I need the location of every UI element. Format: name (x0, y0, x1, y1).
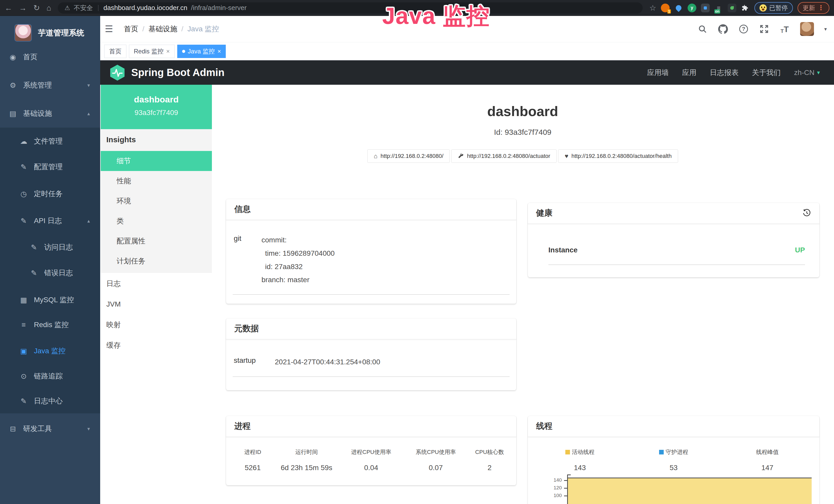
nav-item-mappings[interactable]: 映射 (101, 315, 213, 335)
process-pid-col: 进程ID 5261 (231, 448, 274, 472)
breadcrumb-infrastructure[interactable]: 基础设施 (149, 24, 177, 34)
timer-clock-icon: ◷ (19, 190, 29, 198)
tab-home[interactable]: 首页 (104, 45, 126, 58)
extension-orange-icon[interactable]: 1 (661, 4, 670, 12)
bookmark-star-icon[interactable]: ☆ (649, 4, 656, 12)
daemon-threads-legend-swatch (659, 450, 664, 455)
nav-item-config-props[interactable]: 配置属性 (101, 231, 212, 251)
sba-locale-select[interactable]: zh-CN ▾ (794, 69, 820, 77)
health-url-button[interactable]: ♥ http://192.168.0.2:48080/actuator/heal… (558, 150, 678, 163)
tags-view-bar: 首页 Redis 监控 × Java 监控 × (100, 42, 834, 60)
paused-badge[interactable]: 已暂停 (754, 2, 793, 14)
font-size-icon[interactable]: TT (780, 24, 790, 34)
sba-hexagon-logo-icon (109, 64, 126, 81)
github-icon[interactable] (718, 24, 728, 34)
actuator-url-button[interactable]: http://192.168.0.2:48080/actuator (451, 150, 556, 163)
sidebar-item-dev-tools[interactable]: ⊟ 研发工具 ▾ (0, 418, 100, 439)
sba-brand[interactable]: Spring Boot Admin (109, 64, 224, 81)
nav-item-jvm[interactable]: JVM (101, 294, 213, 315)
extension-switch-icon[interactable]: ≡ on (714, 4, 723, 12)
browser-reload-icon[interactable]: ↻ (34, 4, 40, 12)
sidebar-item-tracing[interactable]: ⊙ 链路追踪 (0, 366, 100, 386)
history-icon[interactable] (803, 209, 811, 217)
search-icon[interactable] (697, 24, 708, 34)
sidebar-item-error-logs[interactable]: ✎ 错误日志 (0, 263, 100, 283)
close-icon[interactable]: × (166, 48, 170, 54)
log-notebook-icon: ✎ (19, 217, 29, 225)
nav-item-details[interactable]: 细节 (101, 151, 212, 171)
log-notebook-icon: ✎ (29, 269, 39, 277)
sba-title: Spring Boot Admin (131, 67, 224, 78)
close-icon[interactable]: × (217, 48, 221, 54)
nav-item-classes[interactable]: 类 (101, 211, 212, 231)
extension-leaf-icon[interactable] (728, 4, 737, 12)
sba-nav-journal[interactable]: 日志报表 (710, 68, 739, 77)
sidebar-item-home[interactable]: ◉ 首页 (0, 47, 100, 67)
sidebar-item-api-logs[interactable]: ✎ API 日志 ▴ (0, 210, 100, 231)
database-grid-icon: ▦ (19, 296, 29, 304)
home-icon: ⌂ (374, 153, 378, 160)
tab-java-monitor[interactable]: Java 监控 × (177, 45, 226, 58)
chevron-down-icon: ▾ (87, 426, 90, 432)
service-url-button[interactable]: ⌂ http://192.168.0.2:48080/ (367, 150, 450, 163)
sidebar-item-scheduled-jobs[interactable]: ◷ 定时任务 (0, 184, 100, 204)
browser-back-icon[interactable]: ← (5, 4, 12, 12)
breadcrumb-home[interactable]: 首页 (124, 24, 138, 34)
sidebar-item-redis-monitor[interactable]: ≡ Redis 监控 (0, 315, 100, 335)
metadata-card: 元数据 startup 2021-04-27T00:44:31.254+08:0… (226, 318, 516, 390)
chevron-up-icon: ▴ (87, 110, 90, 117)
live-threads-col: 活动线程 143 (533, 448, 627, 472)
app-sidebar: 芋道管理系统 ◉ 首页 ⚙ 系统管理 ▾ ▤ 基础设施 ▴ ☁ 文件管理 ✎ 配… (0, 16, 100, 504)
info-card-title: 信息 (226, 199, 516, 220)
user-avatar[interactable] (800, 22, 814, 36)
address-bar[interactable]: ⚠ 不安全 dashboard.yudao.iocoder.cn /infra/… (58, 2, 643, 14)
browser-chrome: ← → ↻ ⌂ ⚠ 不安全 dashboard.yudao.iocoder.cn… (0, 0, 834, 16)
extensions-puzzle-icon[interactable] (741, 4, 750, 12)
nav-item-metrics[interactable]: 性能 (101, 171, 212, 191)
user-menu-caret-icon[interactable]: ▾ (824, 26, 827, 32)
sba-nav-applications[interactable]: 应用 (682, 68, 697, 77)
nav-item-caches[interactable]: 缓存 (101, 335, 213, 356)
live-threads-area-series (568, 478, 812, 504)
java-monitor-screen-icon: ▣ (19, 347, 29, 356)
sidebar-item-system-management[interactable]: ⚙ 系统管理 ▾ (0, 75, 100, 95)
extension-grid-icon[interactable] (701, 4, 710, 12)
sidebar-item-access-logs[interactable]: ✎ 访问日志 (0, 237, 100, 257)
browser-home-icon[interactable]: ⌂ (46, 4, 51, 12)
sidebar-item-mysql-monitor[interactable]: ▦ MySQL 监控 (0, 290, 100, 310)
sidebar-item-log-center[interactable]: ✎ 日志中心 (0, 391, 100, 411)
update-button[interactable]: 更新 ⋮ (797, 2, 829, 14)
instance-id: 93a3fc7f7409 (101, 109, 212, 117)
process-uptime-col: 运行时间 6d 23h 15m 59s (274, 448, 339, 472)
insights-section-label: Insights (106, 135, 136, 144)
nav-item-environment[interactable]: 环境 (101, 191, 212, 211)
collapse-sidebar-icon[interactable]: ☰ (105, 24, 113, 35)
nav-item-logs[interactable]: 日志 (101, 273, 213, 294)
nav-item-scheduled-tasks[interactable]: 计划任务 (101, 251, 212, 271)
sidebar-item-file-management[interactable]: ☁ 文件管理 (0, 131, 100, 152)
sidebar-item-infrastructure[interactable]: ▤ 基础设施 ▴ (0, 103, 100, 124)
health-instance-label: Instance (548, 246, 578, 254)
sidebar-item-java-monitor[interactable]: ▣ Java 监控 (0, 341, 100, 361)
status-badge: UP (795, 246, 805, 254)
insights-section: Insights 细节 性能 环境 类 配置属性 计划任务 (101, 129, 212, 273)
log-notebook-icon: ✎ (19, 397, 29, 406)
log-notebook-icon: ✎ (29, 243, 39, 252)
sidebar-item-config-management[interactable]: ✎ 配置管理 (0, 157, 100, 177)
tab-redis-monitor[interactable]: Redis 监控 × (129, 45, 175, 58)
screen: ← → ↻ ⌂ ⚠ 不安全 dashboard.yudao.iocoder.cn… (0, 0, 834, 504)
threads-chart: 140 120 100 (528, 475, 819, 504)
y-tickmark (564, 488, 567, 488)
sba-nav-wallboard[interactable]: 应用墙 (647, 68, 669, 77)
browser-forward-icon[interactable]: → (19, 4, 27, 12)
eye-icon: ⊙ (19, 372, 29, 381)
extension-green-y-icon[interactable]: y (687, 4, 696, 12)
daemon-threads-col: 守护进程 53 (627, 448, 721, 472)
help-icon[interactable]: ? (739, 24, 749, 34)
process-cpu-col: 进程CPU使用率 0.04 (339, 448, 403, 472)
extension-pin-icon[interactable] (674, 4, 683, 12)
sba-nav-about[interactable]: 关于我们 (752, 68, 781, 77)
fullscreen-icon[interactable] (759, 24, 769, 34)
page-id-line: Id: 93a3fc7f7409 (226, 128, 819, 137)
extension-on-badge: on (714, 9, 720, 14)
